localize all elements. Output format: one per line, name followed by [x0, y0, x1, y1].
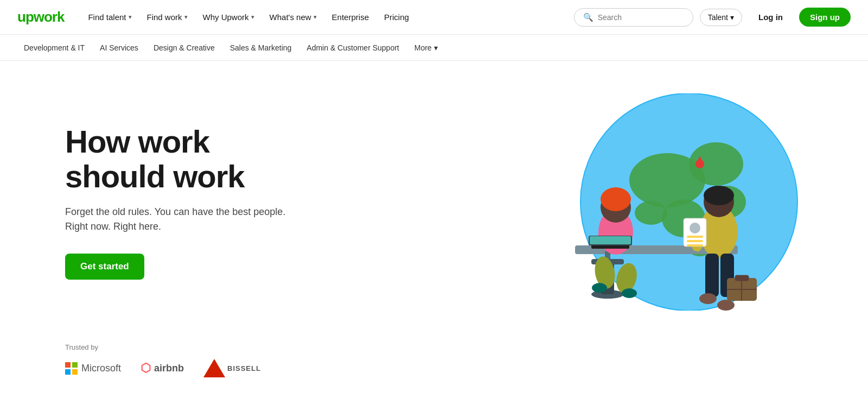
- ms-red-square: [65, 362, 71, 368]
- svg-point-20: [622, 288, 637, 298]
- whats-new-chevron: ▾: [314, 14, 317, 21]
- hero-title: How work should work: [65, 124, 369, 194]
- trusted-logos: Microsoft ⬡ airbnb BISSELL: [65, 359, 803, 377]
- cat-ai-services[interactable]: AI Services: [93, 40, 145, 55]
- search-icon: 🔍: [583, 12, 593, 22]
- find-talent-link[interactable]: Find talent ▾: [81, 8, 138, 26]
- svg-point-5: [635, 201, 667, 225]
- cat-admin-support[interactable]: Admin & Customer Support: [300, 40, 405, 55]
- trusted-label: Trusted by: [65, 343, 803, 351]
- bissell-triangle-container: [203, 359, 225, 377]
- ms-yellow-square: [72, 369, 78, 375]
- upwork-logo[interactable]: upwork: [17, 9, 64, 26]
- more-chevron: ▾: [434, 43, 438, 52]
- find-work-link[interactable]: Find work ▾: [141, 8, 194, 26]
- airbnb-logo: ⬡ airbnb: [141, 361, 184, 375]
- signup-button[interactable]: Sign up: [799, 8, 851, 27]
- hero-svg: [521, 93, 803, 311]
- trusted-section: Trusted by Microsoft ⬡ airbnb BISSELL: [0, 332, 868, 394]
- enterprise-link[interactable]: Enterprise: [326, 8, 375, 26]
- cat-sales-marketing[interactable]: Sales & Marketing: [224, 40, 298, 55]
- svg-point-22: [601, 187, 631, 211]
- nav-right: 🔍 Talent ▾ Log in Sign up: [574, 8, 851, 27]
- svg-point-33: [704, 186, 734, 205]
- why-upwork-link[interactable]: Why Upwork ▾: [196, 8, 261, 26]
- talent-dropdown[interactable]: Talent ▾: [700, 9, 742, 26]
- hero-illustration: [369, 93, 803, 311]
- bissell-logo: BISSELL: [203, 359, 261, 377]
- find-work-chevron: ▾: [184, 14, 188, 21]
- find-talent-chevron: ▾: [129, 14, 132, 21]
- svg-rect-37: [687, 236, 703, 238]
- bissell-triangle: [203, 359, 225, 377]
- top-navigation: upwork Find talent ▾ Find work ▾ Why Upw…: [0, 0, 868, 35]
- search-input[interactable]: [598, 13, 668, 22]
- hero-subtitle: Forget the old rules. You can have the b…: [65, 205, 369, 234]
- svg-point-36: [690, 223, 700, 233]
- microsoft-logo: Microsoft: [65, 362, 121, 374]
- pricing-link[interactable]: Pricing: [378, 8, 416, 26]
- category-navigation: Development & IT AI Services Design & Cr…: [0, 35, 868, 61]
- svg-rect-39: [687, 244, 703, 247]
- login-button[interactable]: Log in: [749, 8, 793, 27]
- cat-more[interactable]: More ▾: [408, 40, 444, 55]
- hero-text: How work should work Forget the old rule…: [65, 124, 369, 280]
- ms-green-square: [72, 362, 78, 368]
- whats-new-link[interactable]: What's new ▾: [263, 8, 323, 26]
- svg-rect-26: [590, 236, 631, 244]
- hero-section: How work should work Forget the old rule…: [0, 61, 868, 332]
- nav-links: Find talent ▾ Find work ▾ Why Upwork ▾ W…: [81, 8, 573, 26]
- search-bar[interactable]: 🔍: [574, 8, 693, 27]
- ms-blue-square: [65, 369, 71, 375]
- svg-point-30: [699, 293, 717, 304]
- svg-point-31: [717, 300, 735, 311]
- svg-rect-38: [687, 240, 703, 242]
- svg-point-19: [592, 283, 607, 293]
- why-upwork-chevron: ▾: [251, 14, 254, 21]
- get-started-button[interactable]: Get started: [65, 254, 144, 280]
- airbnb-icon: ⬡: [141, 361, 151, 375]
- talent-chevron: ▾: [730, 13, 734, 22]
- cat-development-it[interactable]: Development & IT: [17, 40, 91, 55]
- cat-design-creative[interactable]: Design & Creative: [147, 40, 221, 55]
- svg-rect-28: [705, 254, 719, 297]
- microsoft-squares: [65, 362, 77, 374]
